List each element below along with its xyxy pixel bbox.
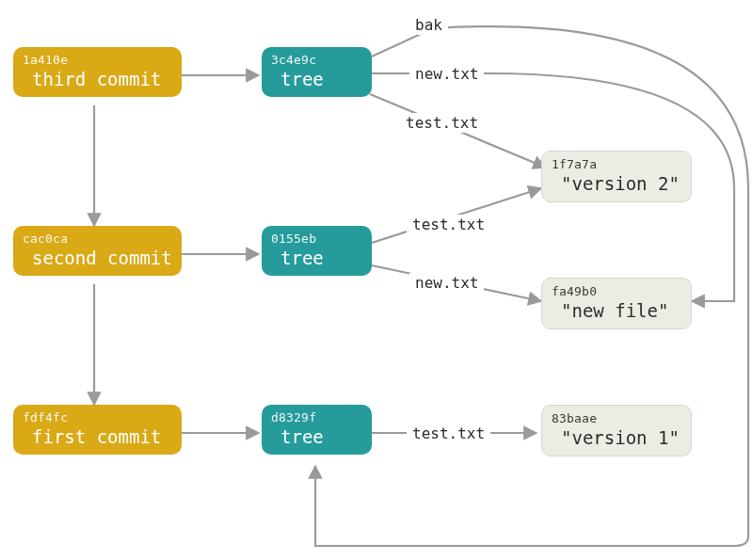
blob-title: "version 2" <box>552 173 681 194</box>
tree-node-3c4e9c: 3c4e9c tree <box>262 47 372 97</box>
commit-title: third commit <box>23 69 172 89</box>
commit-title: second commit <box>23 248 172 268</box>
tree-sha: d8329f <box>271 410 362 424</box>
blob-node-version2: 1f7a7a "version 2" <box>541 151 692 202</box>
commit-sha: fdf4fc <box>23 410 172 424</box>
commit-sha: cac0ca <box>23 232 172 246</box>
commit-node-second: cac0ca second commit <box>13 226 182 276</box>
blob-sha: 1f7a7a <box>552 157 681 171</box>
edge-label-testtxt: test.txt <box>407 215 490 234</box>
blob-title: "version 1" <box>552 427 681 448</box>
tree-title: tree <box>271 426 362 447</box>
blob-sha: 83baae <box>552 411 681 425</box>
edge-label-newtxt: new.txt <box>409 64 484 84</box>
tree-node-0155eb: 0155eb tree <box>262 226 372 276</box>
commit-node-third: 1a410e third commit <box>13 47 182 97</box>
blob-title: "new file" <box>552 300 681 321</box>
commit-node-first: fdf4fc first commit <box>13 405 182 455</box>
blob-node-newfile: fa49b0 "new file" <box>541 278 692 329</box>
commit-sha: 1a410e <box>23 53 172 67</box>
tree-title: tree <box>271 248 362 268</box>
edge-label-testtxt: test.txt <box>407 424 490 443</box>
edge-label-newtxt: new.txt <box>409 273 484 293</box>
blob-sha: fa49b0 <box>552 284 681 298</box>
tree-node-d8329f: d8329f tree <box>262 405 372 455</box>
edge-label-testtxt: test.txt <box>400 113 484 133</box>
tree-sha: 0155eb <box>271 232 362 246</box>
blob-node-version1: 83baae "version 1" <box>541 405 692 456</box>
edge-label-bak: bak <box>409 15 448 35</box>
tree-title: tree <box>271 69 362 89</box>
commit-title: first commit <box>23 426 172 447</box>
tree-sha: 3c4e9c <box>271 53 362 67</box>
